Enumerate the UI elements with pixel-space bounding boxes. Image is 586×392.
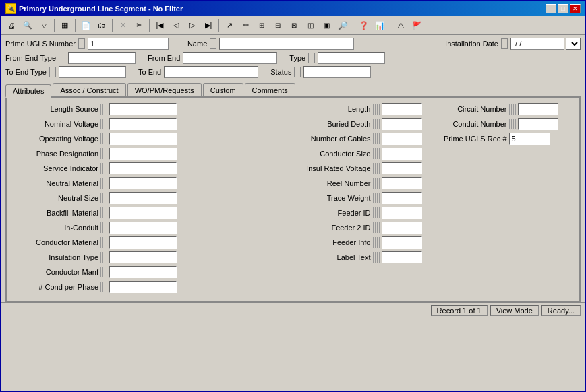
- prime-ugls-rec-input[interactable]: [509, 133, 550, 145]
- conductor-material-input[interactable]: [109, 236, 177, 249]
- status-input[interactable]: [303, 66, 371, 78]
- from-end-input[interactable]: [183, 52, 277, 64]
- in-conduit-input[interactable]: [109, 222, 177, 234]
- cut-button[interactable]: ✂: [131, 18, 146, 33]
- backfill-material-grip: [100, 207, 107, 218]
- record-status: Record 1 of 1: [431, 305, 488, 316]
- installation-date-dropdown[interactable]: ▼: [566, 38, 581, 50]
- conductor-manf-label: Conductor Manf: [11, 268, 98, 276]
- filter-button[interactable]: ▽: [36, 18, 51, 33]
- feeder-id-grip: [373, 207, 380, 218]
- circuit-number-input[interactable]: [518, 103, 558, 115]
- table-button[interactable]: ▦: [57, 18, 72, 33]
- backfill-material-input[interactable]: [109, 207, 177, 219]
- tab-wo-pm-requests[interactable]: WO/PM/Requests: [127, 83, 202, 96]
- name-flag: [210, 38, 216, 49]
- help-button[interactable]: ❓: [356, 18, 371, 33]
- conductor-manf-input[interactable]: [109, 266, 177, 278]
- toolbar: 🖨 🔍 ▽ ▦ 📄 🗂 ✕ ✂ |◀ ◁ ▷ ▶| ↗ ✏ ⊞ ⊟ ⊠ ◫ ▣ …: [1, 16, 585, 35]
- title-bar-left: 🔌 Primary Underground Line Segment - No …: [5, 3, 183, 14]
- grid4-button[interactable]: ◫: [303, 18, 318, 33]
- right-fields-col: Length Circuit Number Buried Depth: [297, 103, 576, 296]
- neutral-size-label: Neutral Size: [11, 194, 98, 202]
- phase-designation-input[interactable]: [109, 148, 177, 160]
- conduit-number-input[interactable]: [518, 118, 558, 130]
- maximize-button[interactable]: □: [558, 4, 568, 13]
- info-button[interactable]: 📊: [372, 18, 387, 33]
- cond-per-phase-input[interactable]: [109, 281, 177, 293]
- add-button[interactable]: ↗: [222, 18, 237, 33]
- feeder-info-label: Feeder Info: [297, 238, 371, 247]
- label-text-input[interactable]: [382, 251, 422, 263]
- feeder-2-id-label: Feeder 2 ID: [297, 224, 371, 232]
- delete-button[interactable]: ✕: [115, 18, 130, 33]
- installation-date-input[interactable]: [510, 38, 564, 50]
- search-button[interactable]: 🔎: [335, 18, 350, 33]
- length-input[interactable]: [382, 103, 422, 115]
- buried-depth-label: Buried Depth: [297, 120, 371, 128]
- neutral-size-input[interactable]: [109, 192, 177, 204]
- grid5-button[interactable]: ▣: [319, 18, 334, 33]
- trace-weight-input[interactable]: [382, 192, 422, 204]
- close-button[interactable]: ✕: [570, 4, 581, 13]
- toolbar-sep-3: [112, 19, 113, 32]
- buried-depth-input[interactable]: [382, 118, 422, 130]
- nav-next-button[interactable]: ▷: [185, 18, 200, 33]
- feeder-id-label: Feeder ID: [297, 209, 371, 217]
- app-icon: 🔌: [5, 3, 16, 14]
- grid1-button[interactable]: ⊞: [254, 18, 269, 33]
- cond-per-phase-grip: [100, 282, 107, 292]
- to-end-label: To End: [138, 68, 161, 76]
- tab-custom[interactable]: Custom: [203, 83, 243, 96]
- reel-number-grip: [373, 178, 380, 189]
- pencil-button[interactable]: ✏: [238, 18, 253, 33]
- prime-ugls-input[interactable]: [88, 38, 169, 50]
- insul-rated-voltage-input[interactable]: [382, 162, 422, 174]
- grid3-button[interactable]: ⊠: [287, 18, 301, 33]
- insulation-type-input[interactable]: [109, 251, 177, 263]
- neutral-material-input[interactable]: [109, 177, 177, 189]
- reel-number-input[interactable]: [382, 177, 422, 189]
- nav-prev-button[interactable]: ◁: [169, 18, 183, 33]
- tab-attributes[interactable]: Attributes: [5, 84, 51, 98]
- name-input[interactable]: [219, 38, 354, 50]
- grid2-button[interactable]: ⊟: [270, 18, 285, 33]
- length-source-input[interactable]: [109, 103, 177, 115]
- number-of-cables-input[interactable]: [382, 133, 422, 145]
- header-form: Prime UGLS Number Name Installation Date…: [1, 35, 585, 83]
- nominal-voltage-input[interactable]: [109, 118, 177, 130]
- minimize-button[interactable]: ─: [546, 4, 556, 13]
- left-fields-col: Length Source Nominal Voltage Operating …: [11, 103, 290, 296]
- operating-voltage-grip: [100, 133, 107, 144]
- tab-comments[interactable]: Comments: [245, 83, 295, 96]
- label-text-grip: [373, 252, 380, 263]
- trace-weight-label: Trace Weight: [297, 194, 371, 202]
- service-indicator-input[interactable]: [109, 162, 177, 174]
- conductor-size-input[interactable]: [382, 148, 422, 160]
- main-window: 🔌 Primary Underground Line Segment - No …: [0, 0, 586, 392]
- field-neutral-material: Neutral Material: [11, 177, 290, 189]
- to-end-input[interactable]: [164, 66, 258, 78]
- operating-voltage-input[interactable]: [109, 133, 177, 145]
- service-indicator-grip: [100, 163, 107, 174]
- number-of-cables-grip: [373, 133, 380, 144]
- to-end-type-input[interactable]: [59, 66, 126, 78]
- print-button[interactable]: 🖨: [4, 18, 19, 33]
- pageview-button[interactable]: 🗂: [94, 18, 109, 33]
- warning-button[interactable]: ⚠: [393, 18, 408, 33]
- insul-rated-voltage-label: Insul Rated Voltage: [297, 164, 371, 172]
- feeder-id-input[interactable]: [382, 207, 422, 219]
- nav-first-button[interactable]: |◀: [152, 18, 167, 33]
- from-end-type-input[interactable]: [68, 52, 136, 64]
- feeder-2-id-input[interactable]: [382, 222, 422, 234]
- page-button[interactable]: 📄: [78, 18, 93, 33]
- tab-assoc-construct[interactable]: Assoc / Construct: [53, 83, 125, 96]
- flag-button[interactable]: 🚩: [409, 18, 424, 33]
- find-button[interactable]: 🔍: [20, 18, 35, 33]
- tabs-area: Attributes Assoc / Construct WO/PM/Reque…: [1, 83, 585, 302]
- feeder-info-input[interactable]: [382, 236, 422, 249]
- type-input[interactable]: [318, 52, 385, 64]
- in-conduit-grip: [100, 222, 107, 233]
- nav-last-button[interactable]: ▶|: [201, 18, 216, 33]
- field-reel-number: Reel Number: [297, 177, 576, 189]
